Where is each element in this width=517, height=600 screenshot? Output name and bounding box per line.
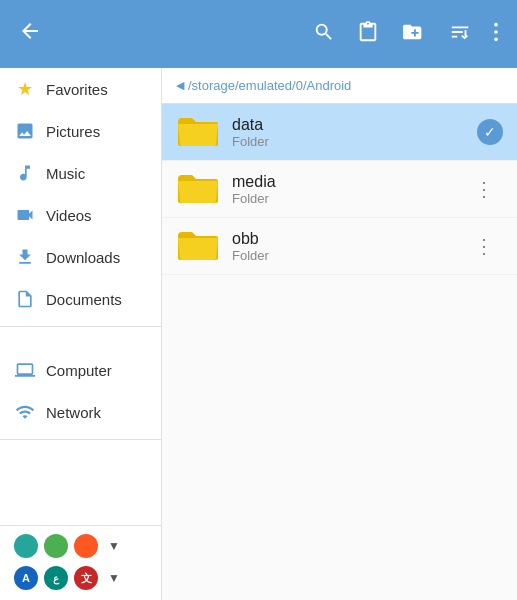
dot-green[interactable] — [44, 534, 68, 558]
file-item-media[interactable]: media Folder ⋮ — [162, 161, 517, 218]
file-type-obb: Folder — [232, 248, 466, 263]
sidebar-label-pictures: Pictures — [46, 123, 100, 140]
dots-dropdown-arrow[interactable]: ▼ — [108, 539, 120, 553]
lang-dropdown-arrow[interactable]: ▼ — [108, 571, 120, 585]
star-icon: ★ — [14, 78, 36, 100]
sidebar-label-videos: Videos — [46, 207, 92, 224]
file-list: data Folder ✓ media Folder ⋮ — [162, 104, 517, 600]
file-name-data: data — [232, 116, 477, 134]
file-menu-media[interactable]: ⋮ — [466, 175, 503, 203]
computer-icon — [14, 359, 36, 381]
lang-badge-zh[interactable]: 文 — [74, 566, 98, 590]
documents-icon — [14, 288, 36, 310]
dot-orange[interactable] — [74, 534, 98, 558]
dot-teal[interactable] — [14, 534, 38, 558]
sidebar-label-favorites: Favorites — [46, 81, 108, 98]
lang-badge-en[interactable]: A — [14, 566, 38, 590]
videos-icon — [14, 204, 36, 226]
network-icon — [14, 401, 36, 423]
breadcrumb-path[interactable]: /storage/emulated/0/Android — [188, 78, 351, 93]
search-button[interactable] — [305, 13, 343, 56]
check-icon-data: ✓ — [477, 119, 503, 145]
file-item-obb[interactable]: obb Folder ⋮ — [162, 218, 517, 275]
language-row: A ع 文 ▼ — [14, 566, 147, 590]
clipboard-button[interactable] — [349, 13, 387, 56]
sidebar-divider-1 — [0, 326, 161, 327]
new-folder-button[interactable] — [393, 13, 435, 56]
lang-badge-ar[interactable]: ع — [44, 566, 68, 590]
topbar — [0, 0, 517, 68]
breadcrumb-arrow: ◀ — [176, 79, 184, 92]
sort-button[interactable] — [441, 13, 479, 56]
file-type-media: Folder — [232, 191, 466, 206]
svg-point-0 — [494, 22, 498, 26]
sidebar-bottom: ▼ A ع 文 ▼ — [0, 525, 161, 600]
content-area: ◀ /storage/emulated/0/Android data Folde… — [162, 68, 517, 600]
file-info-media: media Folder — [232, 173, 466, 206]
color-dots-row: ▼ — [14, 534, 147, 558]
music-icon — [14, 162, 36, 184]
sidebar-item-pictures[interactable]: Pictures — [0, 110, 161, 152]
file-name-obb: obb — [232, 230, 466, 248]
sidebar-label-documents: Documents — [46, 291, 122, 308]
folder-icon-obb — [176, 228, 220, 264]
sidebar-label-downloads: Downloads — [46, 249, 120, 266]
svg-point-2 — [494, 37, 498, 41]
folder-icon-media — [176, 171, 220, 207]
sidebar-divider-2 — [0, 439, 161, 440]
svg-point-1 — [494, 30, 498, 34]
sidebar-item-network[interactable]: Network — [0, 391, 161, 433]
sidebar-item-music[interactable]: Music — [0, 152, 161, 194]
back-button[interactable] — [10, 11, 50, 57]
file-item-data[interactable]: data Folder ✓ — [162, 104, 517, 161]
file-menu-obb[interactable]: ⋮ — [466, 232, 503, 260]
file-info-obb: obb Folder — [232, 230, 466, 263]
sidebar-label-computer: Computer — [46, 362, 112, 379]
sidebar-item-computer[interactable]: Computer — [0, 349, 161, 391]
sidebar-item-documents[interactable]: Documents — [0, 278, 161, 320]
svg-point-3 — [184, 126, 212, 146]
main-layout: ★ Favorites Pictures Music — [0, 68, 517, 600]
sidebar: ★ Favorites Pictures Music — [0, 68, 162, 600]
file-type-data: Folder — [232, 134, 477, 149]
sidebar-item-videos[interactable]: Videos — [0, 194, 161, 236]
folder-icon-data — [176, 114, 220, 150]
pictures-icon — [14, 120, 36, 142]
more-options-button[interactable] — [485, 13, 507, 56]
file-name-media: media — [232, 173, 466, 191]
sidebar-item-favorites[interactable]: ★ Favorites — [0, 68, 161, 110]
sidebar-label-music: Music — [46, 165, 85, 182]
sidebar-item-downloads[interactable]: Downloads — [0, 236, 161, 278]
sidebar-label-network: Network — [46, 404, 101, 421]
downloads-icon — [14, 246, 36, 268]
file-info-data: data Folder — [232, 116, 477, 149]
breadcrumb: ◀ /storage/emulated/0/Android — [162, 68, 517, 104]
